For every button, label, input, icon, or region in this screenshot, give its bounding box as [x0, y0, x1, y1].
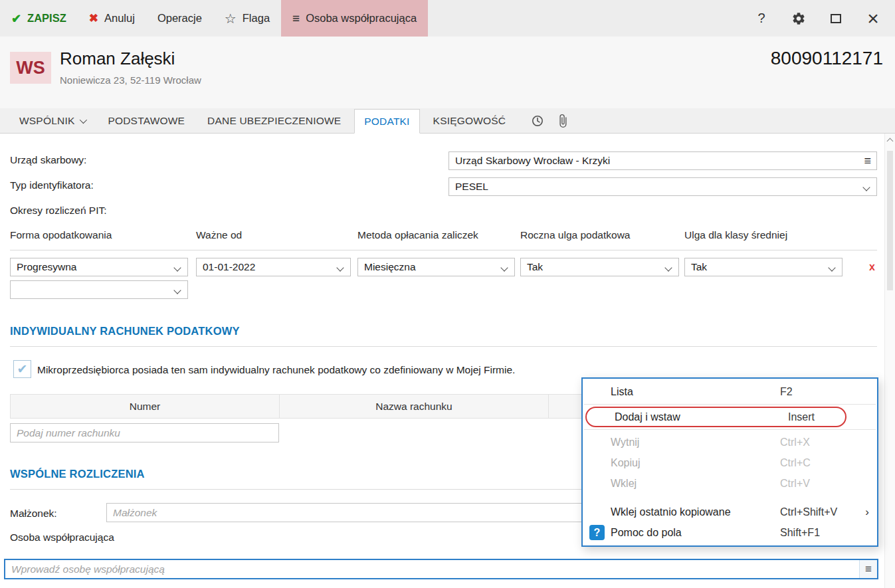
record-header: WS Roman Załęski Noniewicza 23, 52-119 W…	[0, 37, 895, 108]
tab-dane-ubezpieczeniowe[interactable]: DANE UBEZPIECZENIOWE	[198, 108, 350, 133]
tab-label: KSIĘGOWOŚĆ	[433, 115, 506, 127]
divider	[10, 346, 877, 347]
divider	[10, 250, 877, 250]
tax-office-field[interactable]: Urząd Skarbowy Wrocław - Krzyki ≡	[448, 151, 877, 170]
menu-item-shortcut: Ctrl+X	[780, 437, 866, 448]
section-title-rachunek: INDYWIDUALNY RACHUNEK PODATKOWY	[10, 325, 240, 338]
menu-item-label: Wklej ostatnio kopiowane	[611, 506, 780, 518]
menu-item-wklej-ostatnio-kopiowane[interactable]: Wklej ostatnio kopiowane Ctrl+Shift+V ›	[583, 502, 877, 522]
attachment-icon[interactable]	[555, 114, 570, 128]
tab-wspolnik[interactable]: WSPÓLNIK	[10, 108, 94, 133]
pit-col-ulga-klasa: Ulga dla klasy średniej	[684, 229, 787, 241]
settings-button[interactable]	[790, 10, 807, 27]
tab-label: PODSTAWOWE	[108, 115, 185, 127]
active-record-tab[interactable]: ≡ Osoba współpracująca	[281, 0, 428, 37]
menu-item-shortcut: Ctrl+Shift+V	[780, 506, 866, 518]
window-controls: ? ×	[753, 0, 895, 37]
checkbox-check-icon: ✔	[17, 361, 28, 377]
select-value: Tak	[691, 261, 707, 273]
menu-item-label: Dodaj i wstaw	[615, 411, 788, 423]
menu-item-lista[interactable]: Lista F2	[583, 381, 877, 402]
select-value: Miesięczna	[364, 261, 416, 273]
context-menu: Lista F2 Dodaj i wstaw Insert Wytnij Ctr…	[581, 377, 878, 547]
chevron-down-icon	[80, 116, 87, 123]
select-value: Progresywna	[17, 261, 76, 273]
menu-item-label: Kopiuj	[611, 457, 780, 469]
id-type-value: PESEL	[455, 181, 488, 193]
menu-item-pomoc-do-pola[interactable]: ? Pomoc do pola Shift+F1	[583, 522, 877, 543]
tab-bar: WSPÓLNIK PODSTAWOWE DANE UBEZPIECZENIOWE…	[0, 108, 895, 134]
lookup-menu-icon: ≡	[865, 563, 872, 576]
coworker-lookup-button[interactable]: ≡	[859, 560, 877, 578]
menu-item-dodaj-i-wstaw[interactable]: Dodaj i wstaw Insert	[585, 407, 846, 427]
lookup-menu-icon[interactable]: ≡	[864, 154, 871, 168]
maximize-icon	[831, 14, 841, 23]
flag-button[interactable]: ☆ Flaga	[213, 0, 281, 37]
delete-row-button[interactable]: x	[869, 261, 875, 273]
vertical-scrollbar[interactable]	[884, 134, 895, 588]
scrollbar-thumb[interactable]	[887, 151, 893, 290]
cancel-button[interactable]: ✖ Anuluj	[78, 0, 146, 37]
spouse-label: Małżonek:	[10, 508, 57, 520]
coworker-label: Osoba współpracująca	[10, 532, 114, 543]
pit-col-metoda: Metoda opłacania zaliczek	[357, 229, 478, 241]
content-area: Urząd skarbowy: Urząd Skarbowy Wrocław -…	[0, 134, 895, 588]
operations-label: Operacje	[157, 12, 202, 25]
person-id-number: 80090112171	[771, 48, 883, 69]
person-address: Noniewicza 23, 52-119 Wrocław	[60, 74, 201, 86]
tax-office-label: Urząd skarbowy:	[10, 154, 86, 166]
tab-ksiegowosc[interactable]: KSIĘGOWOŚĆ	[424, 108, 516, 133]
star-icon: ☆	[225, 11, 237, 27]
maximize-button[interactable]	[827, 10, 845, 27]
app-window: ✔ ZAPISZ ✖ Anuluj Operacje ☆ Flaga ≡ Oso…	[0, 0, 895, 588]
menu-item-kopiuj: Kopiuj Ctrl+C	[583, 452, 877, 473]
active-record-label: Osoba współpracująca	[306, 12, 417, 25]
pit-col-roczna-ulga: Roczna ulga podatkowa	[520, 229, 630, 241]
menu-item-shortcut: F2	[780, 386, 866, 398]
forma-opodatkowania-select[interactable]: Progresywna	[10, 258, 188, 276]
metoda-zaliczek-select[interactable]: Miesięczna	[357, 258, 515, 276]
id-type-label: Typ identyfikatora:	[10, 179, 94, 191]
scroll-up-icon[interactable]	[887, 138, 894, 145]
flag-label: Flaga	[243, 12, 270, 25]
roczna-ulga-select[interactable]: Tak	[520, 258, 679, 276]
forma-opodatkowania-select-empty[interactable]	[10, 280, 188, 299]
id-type-select[interactable]: PESEL	[448, 177, 877, 196]
check-icon: ✔	[11, 11, 21, 26]
account-number-input[interactable]	[10, 423, 279, 442]
operations-button[interactable]: Operacje	[146, 0, 213, 37]
menu-item-shortcut: Shift+F1	[780, 527, 866, 539]
save-button[interactable]: ✔ ZAPISZ	[0, 0, 78, 37]
help-button[interactable]: ?	[753, 10, 770, 27]
coworker-input-box: ≡	[4, 559, 878, 579]
field-help-icon: ?	[589, 525, 605, 540]
pit-col-forma: Forma opodatkowania	[10, 229, 112, 241]
same-account-checkbox[interactable]: ✔	[13, 360, 31, 378]
menu-item-shortcut: Ctrl+C	[780, 457, 866, 469]
pit-col-wazne-od: Ważne od	[196, 229, 242, 241]
menu-item-label: Lista	[611, 386, 780, 398]
tab-podatki[interactable]: PODATKI	[354, 109, 419, 134]
wazne-od-select[interactable]: 01-01-2022	[196, 258, 351, 276]
close-button[interactable]: ×	[864, 10, 882, 27]
column-header-numer: Numer	[11, 395, 280, 418]
menu-item-wytnij: Wytnij Ctrl+X	[583, 432, 877, 452]
history-icon[interactable]	[530, 113, 545, 128]
avatar-initials: WS	[10, 52, 51, 84]
ulga-klasa-select[interactable]: Tak	[684, 258, 843, 276]
person-name: Roman Załęski	[60, 49, 175, 69]
cancel-x-icon: ✖	[89, 11, 98, 25]
column-header-nazwa: Nazwa rachunku	[280, 395, 549, 418]
menu-item-label: Wklej	[611, 478, 780, 490]
menu-icon-col: ?	[589, 525, 611, 540]
menu-item-shortcut: Insert	[788, 411, 835, 423]
list-icon: ≡	[292, 11, 300, 26]
menu-item-shortcut: Ctrl+V	[780, 478, 866, 490]
save-label: ZAPISZ	[27, 12, 66, 25]
cancel-label: Anuluj	[104, 12, 135, 25]
tab-label: PODATKI	[364, 116, 409, 128]
tab-podstawowe[interactable]: PODSTAWOWE	[98, 108, 194, 133]
pit-periods-label: Okresy rozliczeń PIT:	[10, 205, 107, 217]
coworker-input[interactable]	[5, 560, 859, 578]
tax-office-value: Urząd Skarbowy Wrocław - Krzyki	[455, 155, 610, 167]
